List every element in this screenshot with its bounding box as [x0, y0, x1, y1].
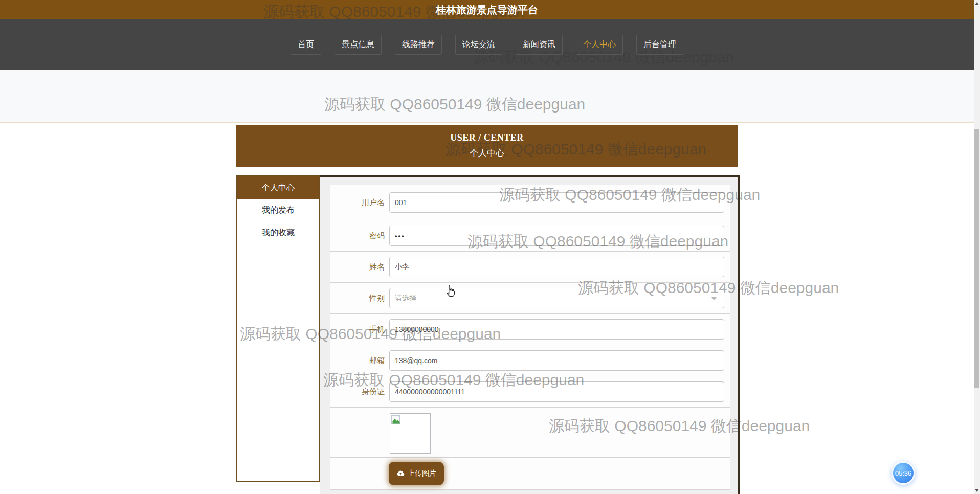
username-input[interactable]: 001 [389, 192, 724, 213]
nav-item-user-center[interactable]: 个人中心 [576, 35, 623, 55]
gender-label: 性别 [330, 294, 385, 303]
nav-item-forum[interactable]: 论坛交流 [455, 35, 502, 55]
user-center-banner: USER / CENTER 个人中心 [236, 125, 738, 167]
scroll-down-icon[interactable] [975, 489, 979, 492]
gender-select[interactable]: 请选择 [389, 288, 724, 308]
upload-image-button[interactable]: 上传图片 [389, 462, 444, 485]
nav-item-home[interactable]: 首页 [291, 35, 321, 55]
sidebar-item-profile[interactable]: 个人中心 [237, 176, 319, 199]
subheader-strip [0, 70, 974, 123]
profile-form-panel: 用户名 001 密码 ••• 姓名 小李 性别 请选择 [320, 175, 740, 494]
idcard-input[interactable]: 440000000000001111 [389, 381, 724, 402]
form-row-phone: 手机 13800000000 [330, 314, 730, 345]
form-row-gender: 性别 请选择 [330, 283, 730, 314]
name-input[interactable]: 小李 [389, 257, 724, 277]
app-title-bar: 桂林旅游景点导游平台 [0, 0, 974, 19]
email-label: 邮箱 [330, 356, 385, 366]
profile-form: 用户名 001 密码 ••• 姓名 小李 性别 请选择 [330, 185, 730, 490]
timer-bubble[interactable]: 05:36 [892, 461, 915, 485]
cloud-upload-icon [396, 469, 405, 478]
name-label: 姓名 [330, 262, 385, 272]
avatar-image-placeholder [390, 413, 431, 454]
chevron-down-icon [711, 297, 717, 300]
vertical-scrollbar[interactable] [974, 0, 980, 494]
form-row-name: 姓名 小李 [330, 252, 730, 283]
form-row-password: 密码 ••• [330, 220, 730, 252]
banner-title-en: USER / CENTER [236, 132, 738, 143]
sidebar-item-my-posts[interactable]: 我的发布 [237, 199, 319, 221]
form-row-username: 用户名 001 [330, 185, 730, 220]
timer-value: 05:36 [895, 469, 912, 477]
idcard-label: 身份证 [330, 387, 385, 397]
scrollbar-thumb[interactable] [974, 129, 979, 388]
password-label: 密码 [330, 231, 385, 241]
sidebar-item-my-favorites[interactable]: 我的收藏 [237, 221, 319, 244]
user-sidebar: 个人中心 我的发布 我的收藏 [236, 175, 320, 482]
email-input[interactable]: 138@qq.com [389, 350, 724, 371]
scroll-up-icon[interactable] [975, 2, 979, 5]
form-row-upload: 上传图片 [330, 458, 730, 490]
form-row-email: 邮箱 138@qq.com [330, 345, 730, 376]
broken-image-icon [391, 415, 402, 425]
nav-item-scenic[interactable]: 景点信息 [335, 35, 382, 55]
password-input[interactable]: ••• [389, 226, 724, 246]
nav-item-news[interactable]: 新闻资讯 [516, 35, 563, 55]
main-nav: 首页 景点信息 线路推荐 论坛交流 新闻资讯 个人中心 后台管理 [0, 19, 974, 70]
nav-item-admin[interactable]: 后台管理 [636, 35, 683, 55]
banner-title-zh: 个人中心 [236, 147, 738, 159]
phone-input[interactable]: 13800000000 [389, 319, 724, 340]
form-row-avatar [330, 408, 730, 458]
user-center-page: 桂林旅游景点导游平台 首页 景点信息 线路推荐 论坛交流 新闻资讯 个人中心 后… [0, 0, 980, 494]
form-row-idcard: 身份证 440000000000001111 [330, 376, 730, 408]
nav-item-routes[interactable]: 线路推荐 [395, 35, 442, 55]
username-label: 用户名 [330, 198, 385, 208]
phone-label: 手机 [330, 325, 385, 334]
page-title: 桂林旅游景点导游平台 [0, 0, 974, 19]
